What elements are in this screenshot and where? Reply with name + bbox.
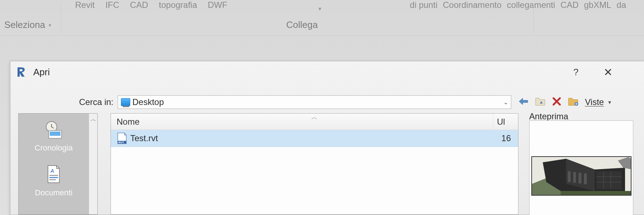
- separator: [61, 4, 61, 34]
- ribbon-item-topografia[interactable]: topografia: [159, 0, 197, 10]
- preview-thumbnail: [531, 156, 631, 196]
- help-button[interactable]: ?: [574, 67, 579, 78]
- seleziona-label: Seleziona: [4, 19, 45, 30]
- views-button[interactable]: Viste ▾: [585, 97, 611, 107]
- dropdown-icon: ▾: [49, 22, 51, 28]
- back-icon[interactable]: [518, 97, 528, 107]
- new-folder-icon[interactable]: [568, 97, 579, 108]
- svg-text:A: A: [50, 168, 54, 174]
- ribbon-item-revit[interactable]: Revit: [75, 0, 95, 10]
- ribbon-item-ifc[interactable]: IFC: [106, 0, 119, 10]
- ribbon-item-coordinamento[interactable]: Coordinamento: [443, 0, 502, 10]
- up-folder-icon[interactable]: [535, 97, 546, 108]
- delete-icon[interactable]: [552, 97, 561, 108]
- column-header-modified[interactable]: Ul: [493, 114, 518, 130]
- chevron-down-icon: ⌄: [503, 99, 508, 106]
- ribbon-item-gbxml[interactable]: gbXML: [584, 0, 611, 10]
- look-in-value: Desktop: [132, 97, 164, 107]
- sort-indicator-icon: ︿: [311, 113, 318, 121]
- sidebar-item-label: Cronologia: [19, 143, 89, 153]
- ribbon-upper: Revit IFC CAD topografia DWF ▾ di punti …: [0, 0, 644, 14]
- toolbar-icons: [518, 97, 579, 108]
- file-modified: 16: [501, 133, 512, 143]
- sidebar-scrollbar[interactable]: ︿: [89, 114, 97, 214]
- svg-rect-15: [573, 172, 576, 183]
- ribbon-item-collegamenti[interactable]: collegamenti: [507, 0, 555, 10]
- look-in-label: Cerca in:: [10, 97, 118, 107]
- desktop-icon: [121, 98, 130, 106]
- dropdown-icon: ▾: [608, 99, 611, 106]
- file-name: Test.rvt: [130, 133, 158, 143]
- documents-icon: A: [19, 163, 89, 186]
- svg-rect-5: [49, 175, 58, 176]
- svg-text:RVT: RVT: [118, 141, 124, 144]
- ribbon-item-cad[interactable]: CAD: [130, 0, 148, 10]
- svg-marker-24: [561, 191, 631, 196]
- svg-rect-6: [49, 177, 58, 178]
- column-header-name[interactable]: Nome: [111, 117, 493, 127]
- close-button[interactable]: ✕: [604, 66, 613, 78]
- svg-rect-3: [50, 132, 60, 136]
- separator: [533, 4, 533, 34]
- look-in-row: Cerca in: Desktop ⌄ Viste ▾: [10, 95, 633, 109]
- sidebar-item-label: Documenti: [19, 188, 89, 197]
- open-dialog: Apri ? ✕ Cerca in: Desktop ⌄: [10, 61, 644, 215]
- places-sidebar: Cronologia A Documenti ︿: [18, 113, 98, 215]
- svg-rect-16: [579, 173, 581, 183]
- ribbon-item-dwf[interactable]: DWF: [208, 0, 228, 10]
- seleziona-panel[interactable]: Seleziona ▾: [4, 19, 51, 30]
- revit-logo-icon: [17, 67, 27, 77]
- sidebar-item-documents[interactable]: A Documenti: [19, 158, 89, 203]
- ribbon-item-dipunti[interactable]: di punti: [410, 0, 437, 10]
- preview-panel: [529, 120, 633, 215]
- svg-rect-18: [596, 171, 621, 189]
- collega-panel-label: Collega: [286, 19, 318, 30]
- file-row[interactable]: RVT Test.rvt 16: [111, 130, 518, 147]
- svg-rect-7: [49, 179, 56, 180]
- preview-label: Anteprima: [529, 111, 568, 121]
- svg-rect-17: [584, 173, 587, 184]
- file-list-header: Nome ︿ Ul: [111, 114, 518, 130]
- ribbon-item-da[interactable]: da: [616, 0, 626, 10]
- history-icon: [19, 118, 89, 141]
- dialog-titlebar: Apri ? ✕: [10, 61, 644, 83]
- dropdown-icon[interactable]: ▾: [318, 5, 321, 12]
- sidebar-item-history[interactable]: Cronologia: [19, 114, 89, 158]
- look-in-combo[interactable]: Desktop ⌄: [118, 95, 511, 109]
- file-list: Nome ︿ Ul RVT Test.rvt 16: [111, 113, 518, 215]
- dialog-title: Apri: [33, 67, 50, 78]
- ribbon-item-cad2[interactable]: CAD: [561, 0, 579, 10]
- scroll-up-icon: ︿: [91, 116, 96, 123]
- svg-rect-14: [568, 171, 571, 182]
- ribbon-lower: Seleziona ▾ Collega: [0, 14, 644, 36]
- views-label: Viste: [585, 97, 604, 107]
- rvt-file-icon: RVT: [117, 132, 127, 144]
